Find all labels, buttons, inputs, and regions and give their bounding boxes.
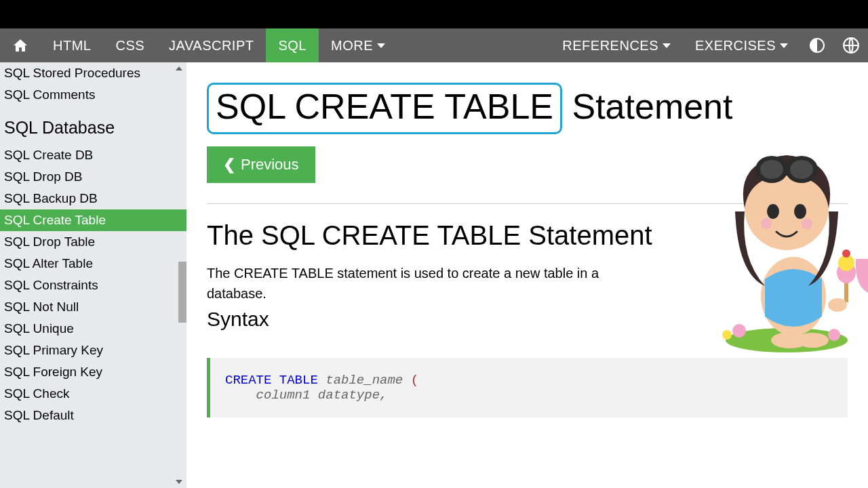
page-title: SQL CREATE TABLE Statement	[207, 83, 732, 134]
sidebar-item-backup-db[interactable]: SQL Backup DB	[0, 188, 186, 209]
main-content: SQL CREATE TABLE Statement ❮ Previous Th…	[186, 62, 868, 488]
nav-item-javascript[interactable]: JAVASCRIPT	[157, 28, 266, 62]
sidebar-item-unique[interactable]: SQL Unique	[0, 318, 186, 340]
mascot-illustration	[692, 144, 868, 354]
nav-more-label: MORE	[331, 38, 373, 54]
sidebar-item-drop-table[interactable]: SQL Drop Table	[0, 231, 186, 253]
nav-item-references[interactable]: REFERENCES	[550, 28, 683, 62]
caret-down-icon	[377, 43, 385, 48]
home-icon	[12, 37, 28, 54]
scrollbar-thumb[interactable]	[178, 262, 186, 323]
previous-label: Previous	[241, 156, 299, 174]
video-letterbox-top	[0, 0, 868, 28]
sidebar: SQL Stored Procedures SQL Comments SQL D…	[0, 62, 186, 488]
sidebar-item-constraints[interactable]: SQL Constraints	[0, 274, 186, 296]
svg-point-4	[722, 330, 732, 340]
nav-item-more[interactable]: MORE	[319, 28, 397, 62]
code-keyword: CREATE TABLE	[225, 373, 318, 388]
svg-point-5	[828, 329, 840, 341]
sidebar-item-alter-table[interactable]: SQL Alter Table	[0, 253, 186, 274]
code-example: CREATE TABLE table_name ( column1 dataty…	[207, 358, 848, 418]
svg-point-8	[767, 204, 779, 219]
top-navigation: HTML CSS JAVASCRIPT SQL MORE REFERENCES …	[0, 28, 868, 62]
theme-toggle[interactable]	[800, 28, 834, 62]
nav-item-sql[interactable]: SQL	[266, 28, 319, 62]
sidebar-item-comments[interactable]: SQL Comments	[0, 84, 186, 106]
svg-point-22	[796, 333, 829, 348]
svg-point-11	[802, 218, 812, 229]
sidebar-item-stored-procedures[interactable]: SQL Stored Procedures	[0, 62, 186, 84]
sidebar-content: SQL Stored Procedures SQL Comments SQL D…	[0, 62, 186, 426]
sidebar-item-not-null[interactable]: SQL Not Null	[0, 296, 186, 318]
sidebar-item-check[interactable]: SQL Check	[0, 383, 186, 405]
svg-point-10	[761, 218, 772, 229]
sidebar-heading-database: SQL Database	[0, 106, 186, 144]
sidebar-item-create-table[interactable]: SQL Create Table	[0, 209, 186, 231]
previous-button[interactable]: ❮ Previous	[207, 146, 315, 183]
code-line-2: column1 datatype,	[225, 388, 833, 403]
globe-button[interactable]	[834, 28, 868, 62]
nav-spacer	[397, 28, 550, 62]
svg-point-14	[760, 160, 783, 179]
nav-item-css[interactable]: CSS	[103, 28, 157, 62]
sidebar-item-default[interactable]: SQL Default	[0, 405, 186, 426]
page-title-rest: Statement	[562, 87, 732, 126]
nav-item-html[interactable]: HTML	[41, 28, 103, 62]
nav-exercises-label: EXERCISES	[695, 38, 776, 54]
home-link[interactable]	[0, 28, 41, 62]
code-tablename: table_name	[318, 373, 411, 388]
page-title-highlighted: SQL CREATE TABLE	[207, 83, 562, 134]
svg-point-9	[794, 204, 806, 219]
sidebar-item-drop-db[interactable]: SQL Drop DB	[0, 166, 186, 188]
caret-down-icon	[663, 43, 671, 48]
nav-references-label: REFERENCES	[562, 38, 658, 54]
code-line-1: CREATE TABLE table_name (	[225, 373, 833, 388]
globe-icon	[842, 37, 860, 54]
section-description: The CREATE TABLE statement is used to cr…	[207, 263, 641, 304]
theme-icon	[809, 37, 825, 54]
svg-point-20	[828, 298, 847, 312]
svg-point-15	[790, 160, 813, 179]
scroll-up-arrow[interactable]	[176, 66, 182, 70]
sidebar-item-foreign-key[interactable]: SQL Foreign Key	[0, 361, 186, 383]
sidebar-item-primary-key[interactable]: SQL Primary Key	[0, 340, 186, 361]
page-layout: SQL Stored Procedures SQL Comments SQL D…	[0, 62, 868, 488]
svg-point-19	[842, 249, 850, 258]
caret-down-icon	[780, 43, 788, 48]
scroll-down-arrow[interactable]	[176, 480, 182, 484]
sidebar-item-create-db[interactable]: SQL Create DB	[0, 144, 186, 166]
code-paren: (	[411, 373, 418, 388]
nav-item-exercises[interactable]: EXERCISES	[683, 28, 800, 62]
chevron-left-icon: ❮	[223, 156, 235, 174]
svg-point-3	[732, 324, 746, 338]
